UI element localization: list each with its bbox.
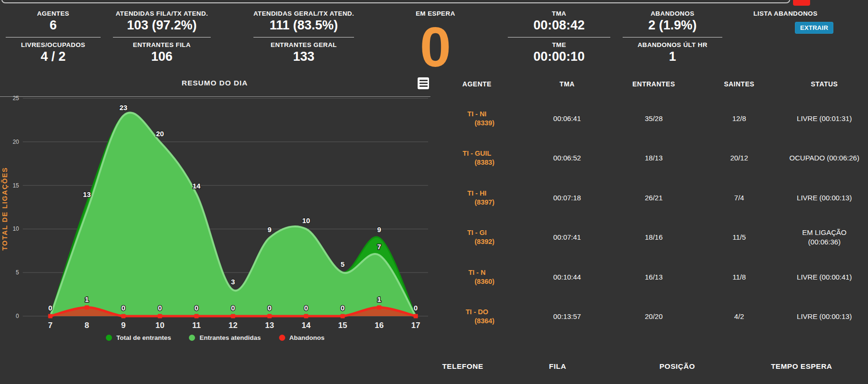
agent-saintes: 11/8 (698, 272, 781, 282)
agent-status: LIVRE (00:00:13) (781, 312, 868, 321)
svg-text:0: 0 (16, 313, 19, 319)
divider (253, 37, 354, 37)
extract-button[interactable]: EXTRAIR (795, 22, 833, 34)
legend-dot-icon (279, 335, 285, 341)
agent-name: TI - HI (8397) (429, 189, 524, 207)
divider (623, 37, 722, 37)
agent-tma: 00:10:44 (524, 272, 610, 282)
stat-atendidas-geral: ATENDIDAS GERAL/TX ATEND. 111 (83.5%) EN… (252, 9, 355, 64)
svg-text:0: 0 (195, 304, 198, 312)
agent-row: TI - HI (8397) 00:07:18 26/21 7/4 LIVRE … (429, 178, 868, 218)
stat-value: 00:08:42 (507, 18, 611, 33)
col-header: STATUS (781, 80, 868, 88)
agent-row: TI - DO (8364) 00:13:57 20/20 4/2 LIVRE … (429, 297, 868, 337)
svg-text:7: 7 (48, 321, 52, 330)
svg-text:1: 1 (85, 295, 89, 303)
agent-name: TI - GUIL (8383) (429, 149, 524, 167)
agent-entrantes: 16/13 (610, 272, 698, 282)
stat-label: ENTRANTES FILA (112, 41, 212, 49)
agent-row: TI - NI (8339) 00:06:41 35/28 12/8 LIVRE… (429, 99, 868, 139)
svg-text:0: 0 (48, 304, 52, 312)
top-input[interactable] (1, 0, 790, 3)
agent-saintes: 4/2 (698, 312, 781, 321)
svg-text:11: 11 (192, 321, 201, 330)
agent-table-header: AGENTE TMA ENTRANTES SAINTES STATUS (429, 75, 868, 93)
queue-table-header: TELEFONE FILA POSIÇÃO TEMPO ESPERA (429, 362, 868, 371)
svg-text:12: 12 (229, 321, 238, 330)
agent-status: LIVRE (00:00:13) (781, 193, 868, 203)
agent-entrantes: 18/16 (610, 233, 698, 242)
stat-value: 2 (1.9%) (622, 18, 723, 33)
agent-row: TI - N (8360) 00:10:44 16/13 11/8 LIVRE … (429, 257, 868, 297)
stat-value: 1 (622, 49, 723, 64)
col-header: TEMPO ESPERA (735, 362, 868, 371)
agent-name: TI - NI (8339) (429, 110, 524, 128)
agent-name: TI - GI (8392) (429, 228, 524, 246)
agent-tma: 00:07:18 (524, 193, 610, 203)
svg-text:10: 10 (13, 225, 19, 232)
col-header: AGENTE (429, 80, 524, 88)
agent-status: OCUPADO (00:06:26) (781, 153, 868, 163)
col-header: SAINTES (698, 80, 781, 88)
agent-row: TI - GUIL (8383) 00:06:52 18/13 20/12 OC… (429, 139, 868, 178)
stat-value: 6 (5, 18, 102, 33)
svg-text:14: 14 (193, 182, 201, 190)
stat-label: ENTRANTES GERAL (252, 41, 355, 49)
svg-text:0: 0 (341, 304, 345, 312)
legend-item[interactable]: Abandonos (279, 334, 325, 341)
svg-text:1: 1 (377, 295, 381, 303)
stat-agentes: AGENTES 6 LIVRES/OCUPADOS 4 / 2 (5, 9, 102, 64)
svg-text:15: 15 (338, 321, 347, 330)
agent-entrantes: 35/28 (610, 114, 698, 123)
col-header: POSIÇÃO (619, 362, 735, 371)
svg-text:14: 14 (302, 321, 311, 330)
stat-lista-abandonos: LISTA ABANDONOS EXTRAIR (750, 9, 821, 34)
svg-text:20: 20 (156, 130, 164, 138)
svg-text:15: 15 (13, 182, 19, 189)
agent-rows: TI - NI (8339) 00:06:41 35/28 12/8 LIVRE… (429, 99, 868, 337)
chart-menu-icon[interactable] (418, 77, 429, 89)
svg-text:0: 0 (304, 304, 308, 312)
area-chart: 0510152025789101112131415161713232014391… (0, 89, 430, 336)
svg-text:17: 17 (411, 321, 420, 330)
em-espera-count: 0 (396, 23, 475, 71)
svg-text:5: 5 (16, 269, 19, 276)
stat-value: 111 (83.5%) (252, 18, 355, 33)
legend-item[interactable]: Total de entrantes (106, 334, 171, 341)
divider (6, 37, 101, 37)
svg-text:9: 9 (268, 225, 271, 234)
svg-text:0: 0 (268, 304, 271, 312)
stat-label: ATENDIDAS GERAL/TX ATEND. (252, 9, 355, 18)
stat-value: 133 (252, 49, 355, 64)
svg-text:10: 10 (156, 321, 165, 330)
agent-saintes: 7/4 (698, 193, 781, 203)
agent-tma: 00:06:52 (524, 153, 610, 163)
legend-dot-icon (189, 335, 195, 341)
col-header: ENTRANTES (610, 80, 698, 88)
agent-saintes: 12/8 (698, 114, 781, 123)
agent-saintes: 11/5 (698, 233, 781, 242)
svg-text:16: 16 (375, 321, 384, 330)
stat-label: AGENTES (5, 9, 102, 18)
col-header: TELEFONE (429, 362, 496, 371)
svg-text:8: 8 (84, 321, 89, 330)
stat-value: 00:00:10 (507, 49, 611, 64)
stat-atendidas-fila: ATENDIDAS FILA/TX ATEND. 103 (97.2%) ENT… (112, 9, 212, 64)
col-header: TMA (524, 80, 610, 88)
agent-name: TI - DO (8364) (429, 308, 524, 326)
svg-text:9: 9 (121, 321, 125, 330)
legend-label: Total de entrantes (116, 334, 171, 341)
stat-tma: TMA 00:08:42 TME 00:00:10 (507, 9, 611, 64)
legend-item[interactable]: Entrantes atendidas (189, 334, 261, 341)
agent-name: TI - N (8360) (429, 268, 524, 286)
agent-tma: 00:13:57 (524, 312, 610, 321)
agent-entrantes: 20/20 (610, 312, 698, 321)
stat-label: LIVRES/OCUPADOS (5, 41, 102, 49)
stat-label: TME (507, 41, 611, 49)
svg-text:0: 0 (231, 304, 235, 312)
agent-status: LIVRE (00:00:41) (781, 272, 868, 282)
agent-row: TI - GI (8392) 00:07:41 18/16 11/5 EM LI… (429, 218, 868, 258)
svg-text:0: 0 (158, 304, 162, 312)
topbar-red-button[interactable] (793, 0, 810, 6)
chart-legend: Total de entrantesEntrantes atendidasAba… (0, 334, 430, 341)
